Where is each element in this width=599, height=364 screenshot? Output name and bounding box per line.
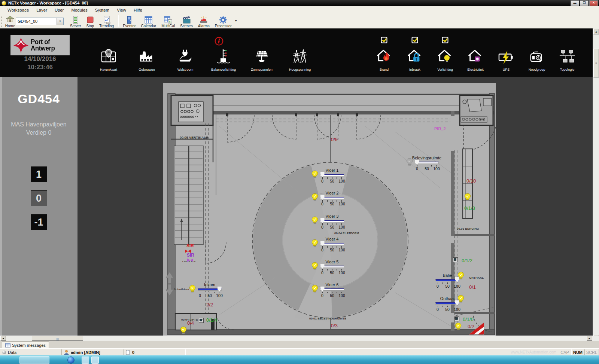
combobox-dropdown-icon[interactable]: ▼ <box>57 18 63 25</box>
user-label: admin [ADMIN] <box>71 350 100 355</box>
workspace-combobox-value: GD454_00 <box>16 19 57 24</box>
system-messages-tab[interactable]: System messages <box>2 342 49 349</box>
floor-button-1[interactable]: 1 <box>31 166 47 182</box>
nav-item-gebouwen[interactable]: Gebouwen <box>128 37 165 71</box>
topologie-icon <box>548 46 586 65</box>
slider-tick-label: 100 <box>338 248 345 252</box>
multical-icon <box>164 15 172 24</box>
trending-button[interactable]: Trending <box>97 15 116 28</box>
slider-label: Vloer 5 <box>326 260 339 264</box>
trending-label: Trending <box>99 24 114 28</box>
title-bar[interactable]: NETx Voyager - Workspace - [GD454_00] ▬ … <box>0 0 599 6</box>
nav-item-topologie[interactable]: Topologie <box>548 37 586 71</box>
horizontal-scroll-thumb[interactable]: ||| <box>32 336 83 341</box>
scrollbar-corner <box>593 336 599 341</box>
menu-item-system[interactable]: System <box>91 7 113 13</box>
switch-device-icon[interactable] <box>454 316 459 323</box>
alarms-button[interactable]: Alarms <box>195 15 212 28</box>
slider-tick-label: 0 <box>199 293 201 298</box>
start-button[interactable] <box>67 357 75 364</box>
menu-item-workspace[interactable]: Workspace <box>4 7 33 13</box>
switch-device-icon[interactable] <box>453 257 458 264</box>
home-icon <box>6 15 14 24</box>
minimize-button[interactable]: ▬ <box>571 0 579 6</box>
windows-taskbar[interactable] <box>0 355 599 364</box>
light-bulb-icon[interactable] <box>311 285 319 294</box>
nav-item-walstroom[interactable]: Walstroom <box>167 37 204 71</box>
plan-label: 0/1/3 <box>464 206 475 211</box>
slider-label: Vloer 6 <box>326 282 339 287</box>
close-button[interactable]: ✕ <box>589 0 598 6</box>
menu-item-modules[interactable]: Modules <box>67 7 91 13</box>
nav-item-zonnepanelen[interactable]: Zonnepanelen <box>243 37 280 71</box>
menu-item-hilfe[interactable]: Hilfe <box>130 7 146 13</box>
light-bulb-icon[interactable] <box>180 326 187 336</box>
scroll-left-arrow[interactable]: ◄ <box>0 336 6 341</box>
nav-item-bakenverlichting[interactable]: Bakenverlichting <box>205 37 242 71</box>
vertical-scroll-thumb[interactable]: ≡ <box>593 49 599 77</box>
taskbar-icon-1[interactable] <box>82 357 89 364</box>
horizontal-scrollbar[interactable]: ◄ ► ||| <box>0 336 593 341</box>
plan-label: PIR_2 <box>434 127 446 131</box>
window-title: NETx Voyager - Workspace - [GD454_00] <box>8 1 88 5</box>
menu-item-user[interactable]: User <box>51 7 67 13</box>
netx-voyager-window: { "window": {"title": "NETx Voyager - Wo… <box>0 0 599 364</box>
nav-label: Topologie <box>548 68 586 71</box>
slider-label: Belevingsruimte <box>412 156 441 160</box>
menu-item-layer[interactable]: Layer <box>33 7 51 13</box>
scenes-button[interactable]: Scenes <box>177 15 195 28</box>
slider-tick-label: 100 <box>216 293 223 298</box>
slider-label: Balie <box>443 273 452 278</box>
light-bulb-icon[interactable] <box>189 285 196 294</box>
scroll-up-arrow[interactable]: ▲ <box>593 29 599 34</box>
menu-item-view[interactable]: View <box>113 7 130 13</box>
slider-label: Inkom <box>204 282 215 287</box>
processor-button[interactable]: Processor <box>212 15 234 28</box>
server-button[interactable]: Server <box>67 15 83 28</box>
floor-selector: 10-1 <box>0 166 77 230</box>
light-bulb-icon[interactable] <box>311 216 319 226</box>
floor-button--1[interactable]: -1 <box>31 214 47 230</box>
slider-tick-label: 100 <box>338 202 345 206</box>
slider-tick-label: 50 <box>330 202 334 206</box>
light-bulb-icon[interactable] <box>454 322 462 332</box>
data-status-icon <box>2 351 6 354</box>
workspace-combobox[interactable]: GD454_00 ▼ <box>16 18 64 25</box>
multical-button[interactable]: MultiCal <box>159 15 177 28</box>
slider-tick-label: 50 <box>330 248 334 252</box>
light-bulb-icon[interactable] <box>311 262 319 272</box>
vertical-scrollbar[interactable]: ▲ ▼ ≡ <box>593 28 599 341</box>
hoogspanning-icon <box>281 46 319 65</box>
processor-dropdown-icon[interactable]: ▼ <box>235 19 237 22</box>
plan-label: 0/4 <box>187 321 194 325</box>
light-bulb-icon[interactable] <box>311 170 319 180</box>
slider-tick-label: 100 <box>338 270 345 275</box>
alarms-icon <box>200 15 208 24</box>
badge-placeholder <box>128 37 165 45</box>
eventor-button[interactable]: Eventor <box>120 15 138 28</box>
calendar-button[interactable]: Calendar <box>139 15 159 28</box>
slider-tick-label: 100 <box>433 166 440 171</box>
slider-tick-label: 100 <box>338 225 345 229</box>
home-button[interactable]: Home <box>4 15 16 28</box>
taskbar-icon-2[interactable] <box>91 357 99 364</box>
clipboard-icon <box>126 350 130 355</box>
plan-label: 0/9 <box>331 137 338 142</box>
switch-device-icon[interactable] <box>199 318 204 324</box>
calendar-label: Calendar <box>141 24 156 28</box>
nav-item-havenkaart[interactable]: Havenkaart <box>90 37 127 71</box>
slider-tick-label: 0 <box>321 202 323 206</box>
maximize-button[interactable]: ❐ <box>580 0 589 6</box>
stop-button[interactable]: Stop <box>83 15 97 28</box>
nav-label: Havenkaart <box>90 68 127 71</box>
taskbar-pinned-window[interactable] <box>19 356 49 364</box>
message-tab-bar: System messages <box>0 341 599 349</box>
floor-button-0[interactable]: 0 <box>31 190 47 206</box>
light-bulb-icon[interactable] <box>406 158 413 168</box>
scroll-right-arrow[interactable]: ► <box>587 336 592 341</box>
light-bulb-icon[interactable] <box>464 193 471 203</box>
slider-label: Vloer 2 <box>326 191 339 195</box>
nav-item-hoogspanning[interactable]: Hoogspanning <box>281 37 319 71</box>
light-bulb-icon[interactable] <box>311 239 319 249</box>
light-bulb-icon[interactable] <box>311 193 319 203</box>
